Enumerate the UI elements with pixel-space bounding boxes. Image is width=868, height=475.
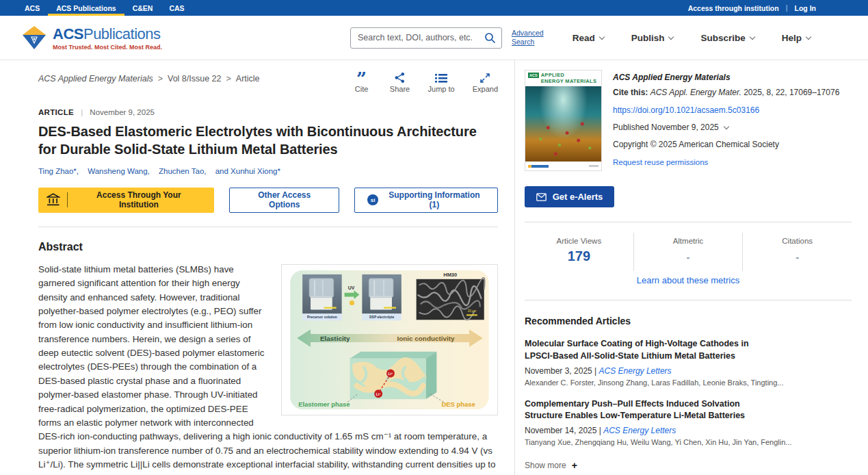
article-views-value: 179 bbox=[525, 248, 633, 264]
svg-text:20 μm: 20 μm bbox=[468, 309, 477, 313]
search-box bbox=[350, 27, 502, 49]
chevron-down-icon bbox=[749, 34, 754, 39]
author-list: Ting Zhao*, Wansheng Wang, Zhuchen Tao, … bbox=[38, 167, 498, 175]
logo-acs-text: ACS bbox=[53, 25, 83, 42]
metric-citations: Citations - bbox=[742, 233, 852, 271]
jump-to-button[interactable]: Jump to bbox=[428, 71, 455, 93]
topbar-link-cas[interactable]: CAS bbox=[161, 0, 192, 16]
precursor-solution-photo: Precursor solution bbox=[302, 274, 341, 320]
article-date: November 9, 2025 bbox=[90, 108, 155, 116]
dsp-electrolyte-photo: DSP electrolyte bbox=[362, 274, 401, 320]
svg-text:DES phase: DES phase bbox=[442, 400, 475, 408]
article-meta: ARTICLE | November 9, 2025 bbox=[38, 108, 498, 116]
cover-journal-brand: APPLIED ENERGY MATERIALS bbox=[541, 73, 597, 84]
recommended-articles-heading: Recommended Articles bbox=[525, 316, 852, 326]
chevron-down-icon bbox=[599, 34, 604, 39]
section-divider bbox=[38, 227, 498, 227]
svg-text:UV: UV bbox=[348, 285, 355, 290]
doi-link[interactable]: https://doi.org/10.1021/acsaem.5c03166 bbox=[613, 104, 839, 116]
supporting-information-button[interactable]: si Supporting Information (1) bbox=[354, 188, 498, 213]
plus-icon: + bbox=[572, 460, 577, 471]
sidebar-journal-name[interactable]: ACS Applied Energy Materials bbox=[613, 71, 839, 84]
menu-help[interactable]: Help bbox=[782, 33, 811, 43]
logo-publications-text: Publications bbox=[83, 25, 161, 42]
advanced-search-link[interactable]: Advanced Search bbox=[512, 29, 544, 47]
breadcrumb-issue-link[interactable]: Vol 8/Issue 22 bbox=[168, 74, 222, 84]
menu-subscribe[interactable]: Subscribe bbox=[700, 33, 754, 43]
cite-quote-icon: ” bbox=[356, 74, 367, 84]
author-link[interactable]: Zhuchen Tao, bbox=[159, 167, 206, 175]
article-sidebar: ACS APPLIED ENERGY MATERIALS ACS Applied… bbox=[514, 60, 868, 475]
expand-button[interactable]: Expand bbox=[473, 71, 498, 93]
recommended-journal-link[interactable]: ACS Energy Letters bbox=[603, 426, 676, 435]
cover-acs-chip: ACS bbox=[528, 73, 539, 78]
recommended-authors: Tianyang Xue, Zhengqiang Hu, Weilu Wang,… bbox=[525, 438, 852, 446]
access-through-institution-link[interactable]: Access through institution bbox=[688, 4, 779, 12]
menu-publish[interactable]: Publish bbox=[631, 33, 674, 43]
author-link[interactable]: and Xunhui Xiong* bbox=[215, 167, 280, 175]
topbar-link-acs-publications[interactable]: ACS Publications bbox=[48, 0, 124, 16]
metric-article-views: Article Views 179 bbox=[525, 233, 633, 271]
abstract-heading: Abstract bbox=[38, 241, 498, 253]
top-society-bar: ACS ACS Publications C&EN CAS Access thr… bbox=[0, 0, 868, 16]
graphical-abstract-figure[interactable]: Precursor solution UV DSP bbox=[281, 264, 498, 415]
topbar-separator: | bbox=[786, 4, 788, 12]
svg-text:Li⁺: Li⁺ bbox=[376, 393, 381, 396]
breadcrumb-article: Article bbox=[236, 74, 260, 84]
article-metrics: Article Views 179 Altmetric - Citations … bbox=[525, 233, 852, 271]
journal-cover-image[interactable]: ACS APPLIED ENERGY MATERIALS bbox=[525, 70, 602, 171]
cover-artwork bbox=[525, 86, 601, 162]
acs-publications-logo[interactable]: ACSPublications Most Trusted. Most Cited… bbox=[22, 25, 162, 51]
login-link[interactable]: Log In bbox=[795, 4, 817, 12]
envelope-icon bbox=[536, 193, 547, 201]
svg-text:Elastomer phase: Elastomer phase bbox=[298, 400, 350, 408]
published-date-toggle[interactable]: Published November 9, 2025 bbox=[613, 121, 839, 133]
topbar-link-acs[interactable]: ACS bbox=[16, 0, 48, 16]
metric-altmetric: Altmetric - bbox=[633, 233, 743, 271]
chevron-down-icon bbox=[668, 34, 674, 39]
svg-text:DSP electrolyte: DSP electrolyte bbox=[369, 316, 394, 319]
article-title: DES-Based Elastomeric Electrolytes with … bbox=[38, 123, 498, 159]
breadcrumb-journal-link[interactable]: ACS Applied Energy Materials bbox=[38, 74, 153, 84]
cite-button[interactable]: ” Cite bbox=[352, 71, 372, 93]
svg-text:Ionic conductivity: Ionic conductivity bbox=[397, 335, 455, 342]
chevron-down-icon bbox=[806, 34, 811, 39]
search-input[interactable] bbox=[358, 33, 484, 42]
acs-diamond-logo-icon bbox=[22, 25, 47, 50]
learn-about-metrics-link[interactable]: Learn about these metrics bbox=[525, 275, 852, 285]
recommended-article[interactable]: Complementary Push–Pull Effects Induced … bbox=[525, 398, 852, 447]
citation-line: Cite this: ACS Appl. Energy Mater. 2025,… bbox=[613, 86, 839, 99]
article-type-label: ARTICLE bbox=[38, 108, 74, 116]
article-main-column: ACS Applied Energy Materials>Vol 8/Issue… bbox=[0, 60, 514, 475]
other-access-options-button[interactable]: Other Access Options bbox=[229, 188, 339, 213]
topbar-link-cen[interactable]: C&EN bbox=[124, 0, 161, 16]
recommended-authors: Alexander C. Forster, Jinsong Zhang, Lar… bbox=[525, 378, 852, 387]
menu-read[interactable]: Read bbox=[573, 33, 604, 43]
breadcrumb: ACS Applied Energy Materials>Vol 8/Issue… bbox=[38, 71, 260, 84]
jump-to-list-icon bbox=[435, 73, 447, 84]
request-reuse-permissions-link[interactable]: Request reuse permissions bbox=[613, 157, 839, 168]
recommended-article[interactable]: Molecular Surface Coating of High-Voltag… bbox=[525, 338, 852, 387]
show-more-button[interactable]: Show more + bbox=[525, 460, 852, 471]
sidebar-divider bbox=[525, 222, 852, 222]
share-button[interactable]: Share bbox=[390, 71, 410, 93]
search-icon[interactable] bbox=[484, 32, 496, 44]
share-icon bbox=[394, 72, 406, 84]
sidebar-divider bbox=[525, 300, 852, 300]
access-through-institution-button[interactable]: Access Through Your Institution bbox=[38, 188, 214, 213]
chevron-down-icon bbox=[724, 123, 729, 129]
cover-mini-logo bbox=[528, 165, 549, 168]
recommended-journal-link[interactable]: ACS Energy Letters bbox=[599, 366, 672, 376]
site-header: ACSPublications Most Trusted. Most Cited… bbox=[0, 16, 868, 60]
author-link[interactable]: Wansheng Wang, bbox=[88, 167, 150, 175]
author-link[interactable]: Ting Zhao*, bbox=[38, 167, 79, 175]
institution-bank-icon bbox=[47, 193, 60, 207]
svg-text:Elasticity: Elasticity bbox=[320, 335, 350, 342]
si-icon: si bbox=[367, 194, 378, 205]
svg-text:HM30: HM30 bbox=[443, 272, 457, 278]
abstract-body: Precursor solution UV DSP bbox=[38, 263, 498, 475]
expand-arrows-icon bbox=[479, 73, 490, 84]
logo-tagline: Most Trusted. Most Cited. Most Read. bbox=[53, 44, 162, 51]
copyright-line: Copyright © 2025 American Chemical Socie… bbox=[613, 138, 839, 151]
get-e-alerts-button[interactable]: Get e-Alerts bbox=[525, 186, 614, 207]
